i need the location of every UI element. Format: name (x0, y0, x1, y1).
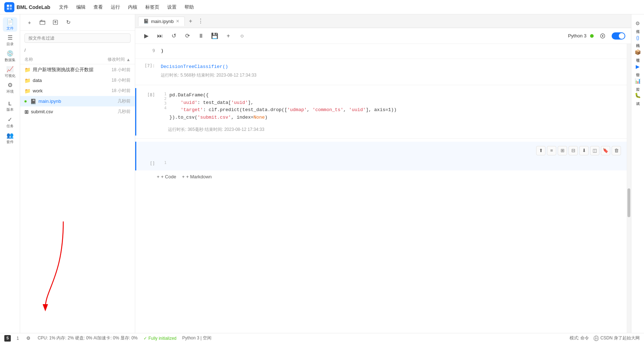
add-markdown-cell-button[interactable]: + + Markdown (182, 174, 212, 179)
toggle-knob (619, 33, 625, 39)
file-item-1[interactable]: 📁 data 18 小时前 (20, 75, 135, 86)
sidebar-item-visualize[interactable]: 📈 可视化 (3, 65, 17, 79)
file-item-2[interactable]: 📁 work 18 小时前 (20, 86, 135, 96)
menu-view[interactable]: 查看 (90, 3, 106, 12)
sidebar-item-files[interactable]: 📄 文件 (3, 17, 17, 32)
menu-file[interactable]: 文件 (55, 3, 72, 12)
restart-button[interactable]: ⟳ (182, 31, 193, 41)
status-right-label: CSDN 身了起始大网 (593, 335, 640, 341)
status-kernel-info: Python 3 | 空闲 (182, 335, 211, 341)
tab-close-button[interactable]: ✕ (176, 19, 179, 24)
cell-empty-inner: [] 1 (136, 158, 627, 169)
cell-content-empty[interactable] (166, 158, 627, 169)
notebook-scroll-thumb[interactable] (627, 188, 630, 217)
svg-point-8 (602, 35, 603, 37)
cell-content-1[interactable]: ) (158, 45, 627, 57)
menu-kernel[interactable]: 内核 (124, 3, 141, 12)
file-item-0[interactable]: 📁 用户新增预测挑战赛公开数据 18 小时前 (20, 64, 135, 75)
restart-run-button[interactable]: ↺ (168, 31, 179, 41)
tab-notebook-icon: 📓 (143, 19, 149, 24)
cell-tb-up[interactable]: ≡ (547, 146, 556, 155)
cell-tb-bookmark[interactable]: 🔖 (601, 146, 610, 155)
app-logo: BML CodeLab (4, 2, 50, 12)
upload-button[interactable] (50, 17, 60, 27)
menu-run[interactable]: 运行 (107, 3, 124, 12)
new-folder-button[interactable] (37, 17, 47, 27)
status-gear-button[interactable]: ⚙ (25, 335, 32, 342)
file-item-4[interactable]: ⊞ submit.csv 几秒前 (20, 106, 135, 117)
file-item-3[interactable]: 📓 main.ipynb 几秒前 (20, 96, 135, 106)
run-button[interactable]: ▶ (141, 31, 152, 41)
sidebar-item-task[interactable]: ✓ 任务 (3, 115, 17, 129)
file-panel-toolbar: + ↻ (20, 14, 135, 31)
menu-help[interactable]: 帮助 (181, 3, 197, 12)
notebook-scrollbar[interactable] (627, 44, 631, 333)
right-panel-monitor[interactable]: 📊 监控 (632, 75, 644, 88)
sidebar-item-directory[interactable]: ☰ 目录 (3, 33, 17, 47)
kernel-label: Python 3 (568, 33, 586, 38)
cell-output-text-7: DecisionTreeClassifier() (161, 64, 228, 69)
notebook-toolbar: ▶ ⏭ ↺ ⟳ ⏸ 💾 + ○ Python 3 (135, 28, 631, 44)
right-panel-debug[interactable]: 🐛 调试 (632, 89, 644, 102)
editor-with-scroll: 9 ) [7]: DecisionTreeClassifier() 运行时长: … (135, 44, 631, 333)
tab-main-ipynb[interactable]: 📓 main.ipynb ✕ (138, 17, 185, 26)
cell-code-8-line4: }).to_csv('submit.csv', index=None) (169, 114, 624, 122)
app-title: BML CodeLab (17, 4, 50, 10)
menu-settings[interactable]: 设置 (164, 3, 180, 12)
sort-icon: ▲ (126, 57, 131, 62)
menu-tabs[interactable]: 标签页 (142, 3, 163, 12)
file-item-name-1: data (33, 78, 42, 83)
file-list: 📁 用户新增预测挑战赛公开数据 18 小时前 📁 data 18 小时前 📁 w… (20, 64, 135, 333)
logo-icon (4, 2, 14, 12)
cell-toolbar-row: ⬆ ≡ ⊞ ⊟ ⬇ ◫ 🔖 🗑 (136, 143, 627, 158)
cell-tb-delete[interactable]: 🗑 (612, 146, 621, 155)
add-markdown-label: + Markdown (186, 174, 211, 179)
refresh-button[interactable]: ↻ (63, 17, 73, 27)
dataset-icon: 💿 (6, 50, 14, 57)
cell-content-8[interactable]: pd.DataFrame({ 'uuid': test_data['uuid']… (166, 90, 627, 124)
cell-tb-type[interactable]: ⬆ (536, 146, 545, 155)
cell-tb-merge[interactable]: ⊞ (558, 146, 567, 155)
sidebar-item-env[interactable]: ⚙ 环境 (3, 81, 17, 95)
add-tab-button[interactable]: + (186, 16, 196, 26)
svg-rect-0 (7, 5, 9, 7)
file-filter-input[interactable] (24, 33, 131, 43)
cell-content-7[interactable]: DecisionTreeClassifier() 运行时长: 5.568秒 结束… (158, 60, 627, 81)
right-panel-packages[interactable]: 📦 包管理 (632, 46, 644, 59)
clear-output-button[interactable]: ○ (237, 31, 247, 41)
sidebar-item-env-label: 环境 (6, 89, 14, 94)
cell-number-empty: [] (136, 158, 158, 169)
file-item-name-0: 用户新增预测挑战赛公开数据 (33, 67, 93, 73)
right-sidebar: ⚙ 属性 {} 代码段 📦 包管理 ▶ 运行中 📊 监控 🐛 调试 (631, 14, 644, 333)
add-cell-toolbar-button[interactable]: + (223, 31, 234, 41)
save-button[interactable]: 💾 (209, 31, 220, 41)
env-icon: ⚙ (8, 82, 13, 88)
sidebar-item-suite[interactable]: 👥 套件 (3, 131, 17, 145)
right-panel-settings[interactable]: ⚙ 属性 (632, 17, 644, 30)
toggle-switch[interactable] (612, 32, 625, 40)
cell-code-1[interactable]: ) (161, 47, 624, 55)
new-file-button[interactable]: + (24, 17, 35, 27)
kernel-settings-button[interactable] (597, 31, 608, 41)
cell-tb-paste[interactable]: ◫ (590, 146, 599, 155)
sidebar-item-dataset[interactable]: 💿 数据集 (3, 49, 17, 63)
right-panel-running[interactable]: ▶ 运行中 (632, 60, 644, 73)
status-mode: 模式: 命令 (570, 335, 589, 341)
sidebar-item-version[interactable]: L 版本 (3, 99, 17, 114)
files-icon: 📄 (6, 18, 14, 25)
sidebar-item-version-label: 版本 (6, 107, 14, 112)
cell-empty: ⬆ ≡ ⊞ ⊟ ⬇ ◫ 🔖 🗑 [] (135, 142, 627, 170)
file-item-name-3: main.ipynb (38, 99, 61, 104)
add-code-cell-button[interactable]: + + Code (157, 174, 176, 179)
right-panel-code[interactable]: {} 代码段 (632, 32, 644, 45)
cell-7: [7]: DecisionTreeClassifier() 运行时长: 5.56… (135, 59, 627, 82)
menu-edit[interactable]: 编辑 (73, 3, 89, 12)
directory-icon: ☰ (8, 34, 13, 41)
editor-area: 📓 main.ipynb ✕ + ⋮ ▶ ⏭ ↺ ⟳ ⏸ 💾 + ○ Pytho… (135, 14, 631, 333)
interrupt-button[interactable]: ⏸ (196, 31, 206, 41)
menubar: BML CodeLab 文件 编辑 查看 运行 内核 标签页 设置 帮助 (0, 0, 644, 14)
cell-tb-copy[interactable]: ⬇ (579, 146, 589, 155)
run-all-button[interactable]: ⏭ (155, 31, 165, 41)
cell-tb-split[interactable]: ⊟ (568, 146, 578, 155)
more-tabs-button[interactable]: ⋮ (196, 16, 206, 26)
